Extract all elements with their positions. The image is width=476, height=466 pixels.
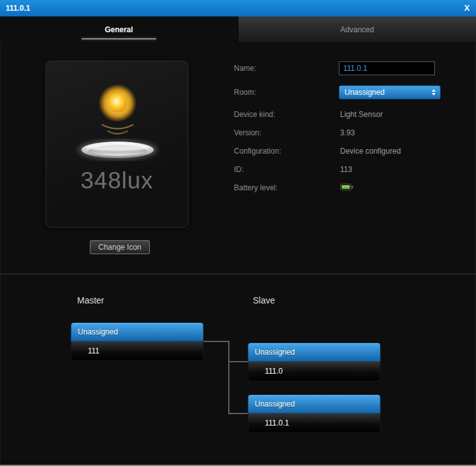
room-row: Room: Unassigned	[234, 85, 452, 99]
slave-node-1-header[interactable]: Unassigned	[248, 343, 381, 362]
battery-row: Battery level:	[234, 183, 452, 193]
tab-advanced[interactable]: Advanced	[238, 16, 476, 43]
battery-icon	[340, 183, 353, 191]
active-tab-underline	[82, 39, 156, 39]
slave-node-1: Unassigned 111.0	[248, 343, 381, 381]
light-sensor-icon	[46, 71, 189, 178]
version-row: Version: 3.93	[234, 128, 452, 138]
device-kind-row: Device kind: Light Sensor	[234, 109, 452, 120]
id-label: ID:	[234, 164, 243, 175]
slave-node-2-item[interactable]: 111.0.1	[248, 414, 381, 433]
titlebar[interactable]: 111.0.1 X	[0, 0, 476, 16]
section-divider	[0, 274, 476, 274]
tab-general-label: General	[105, 25, 133, 34]
version-value: 3.93	[340, 128, 355, 138]
slave-node-2-header[interactable]: Unassigned	[248, 395, 381, 414]
change-icon-button[interactable]: Change Icon	[90, 240, 150, 254]
room-label: Room:	[234, 85, 256, 99]
master-node: Unassigned 111	[71, 322, 204, 361]
device-kind-label: Device kind:	[234, 109, 275, 120]
room-select[interactable]: Unassigned	[339, 85, 441, 99]
battery-label: Battery level:	[234, 183, 278, 193]
master-node-item[interactable]: 111	[71, 341, 204, 361]
sensor-reading: 348lux	[46, 168, 188, 194]
room-selected-value: Unassigned	[345, 86, 384, 99]
tab-general[interactable]: General	[0, 16, 238, 43]
sensor-panel: 348lux	[46, 61, 188, 228]
name-label: Name:	[234, 61, 256, 75]
name-row: Name:	[234, 61, 452, 75]
slave-node-2: Unassigned 111.0.1	[248, 395, 381, 433]
version-label: Version:	[234, 128, 261, 138]
configuration-row: Configuration: Device configured	[234, 146, 452, 156]
close-button[interactable]: X	[464, 3, 470, 13]
id-row: ID: 113	[234, 164, 452, 175]
spinner-arrows-icon[interactable]	[430, 86, 437, 99]
master-node-header[interactable]: Unassigned	[71, 322, 204, 341]
device-kind-value: Light Sensor	[340, 109, 382, 120]
slave-heading: Slave	[253, 295, 275, 305]
window-title: 111.0.1	[6, 4, 30, 13]
name-input[interactable]	[339, 61, 435, 75]
tab-bar: General Advanced	[0, 16, 476, 43]
master-heading: Master	[77, 295, 104, 305]
configuration-label: Configuration:	[234, 146, 281, 156]
id-value: 113	[340, 164, 352, 175]
slave-node-1-item[interactable]: 111.0	[248, 362, 381, 381]
device-dialog: 111.0.1 X General Advanced	[0, 0, 476, 466]
configuration-value: Device configured	[340, 146, 401, 156]
tab-advanced-label: Advanced	[340, 25, 374, 34]
